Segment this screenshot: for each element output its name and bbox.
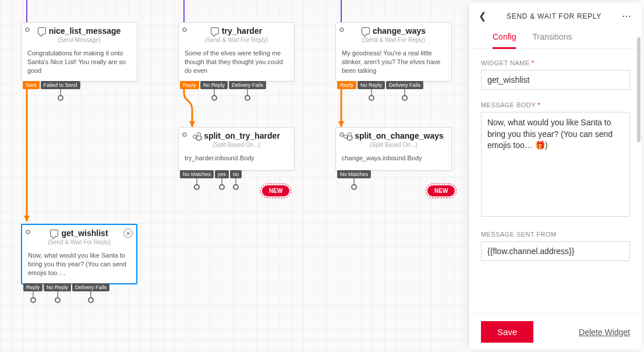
widget-name-label: WIDGET NAME * <box>481 59 630 66</box>
save-button[interactable]: Save <box>481 321 533 343</box>
widget-title: change_ways <box>373 26 426 36</box>
transition-no-reply[interactable]: No Reply <box>358 81 385 89</box>
sidebar-title: SEND & WAIT FOR REPLY <box>507 12 601 20</box>
message-icon <box>50 230 58 237</box>
message-icon <box>362 27 370 34</box>
svg-marker-4 <box>189 121 195 127</box>
widget-title: nice_list_message <box>49 26 121 36</box>
widget-subtitle: (Split Based On...) <box>336 142 451 150</box>
add-transition-button[interactable]: NEW <box>427 185 455 196</box>
widget-title: split_on_change_ways <box>355 131 444 140</box>
widget-title: split_on_try_harder <box>204 131 280 140</box>
back-button[interactable]: ❮ <box>479 10 486 22</box>
svg-marker-5 <box>338 121 344 127</box>
delete-widget-link[interactable]: Delete Widget <box>579 328 630 337</box>
message-icon <box>211 27 219 34</box>
transition-no-matches[interactable]: No Matches <box>180 170 214 178</box>
message-icon <box>38 27 46 34</box>
transition-no-reply[interactable]: No Reply <box>44 283 71 291</box>
widget-nice-list-message[interactable]: nice_list_message (Send Message) Congrat… <box>21 22 137 82</box>
flow-canvas[interactable]: nice_list_message (Send Message) Congrat… <box>0 0 466 352</box>
widget-change-ways[interactable]: change_ways (Send & Wait For Reply) My g… <box>335 22 452 82</box>
tab-transitions[interactable]: Transitions <box>532 27 572 48</box>
widget-title: try_harder <box>222 26 262 36</box>
transition-sent[interactable]: Sent <box>23 81 40 89</box>
widget-split-try-harder[interactable]: split_on_try_harder (Split Based On...) … <box>178 127 295 171</box>
widget-title: get_wishlist <box>61 228 108 238</box>
transition-failed[interactable]: Failed to Send <box>41 81 80 89</box>
svg-marker-3 <box>24 216 30 221</box>
widget-subtitle: (Send & Wait For Reply) <box>336 37 451 45</box>
more-icon[interactable]: ⋯ <box>622 10 632 22</box>
message-sent-from-input[interactable] <box>481 241 630 261</box>
transition-delivery-fails[interactable]: Delivery Fails <box>229 81 266 89</box>
widget-body: change_ways.inbound.Body <box>336 150 451 170</box>
add-transition-button[interactable]: NEW <box>262 185 289 196</box>
config-sidebar: ❮ SEND & WAIT FOR REPLY ⋯ Config Transit… <box>469 2 642 350</box>
close-icon[interactable]: ✕ <box>123 228 133 238</box>
widget-in-port[interactable] <box>182 27 187 32</box>
widget-subtitle: (Split Based On...) <box>179 142 294 150</box>
message-body-label: MESSAGE BODY * <box>481 101 630 108</box>
transition-reply[interactable]: Reply <box>180 81 199 89</box>
widget-in-port[interactable] <box>182 132 187 137</box>
widget-subtitle: (Send Message) <box>22 37 137 45</box>
scrollbar[interactable] <box>637 37 641 142</box>
split-icon <box>193 132 201 139</box>
tab-config[interactable]: Config <box>493 27 516 49</box>
widget-body: try_harder.inbound.Body <box>179 150 294 170</box>
transition-no-reply[interactable]: No Reply <box>200 81 228 89</box>
transition-delivery-fails[interactable]: Delivery Fails <box>72 283 109 291</box>
transition-delivery-fails[interactable]: Delivery Fails <box>386 81 423 89</box>
transition-no-matches[interactable]: No Matches <box>337 170 371 178</box>
message-body-input[interactable] <box>481 112 630 217</box>
widget-get-wishlist[interactable]: get_wishlist ✕ (Send & Wait For Reply) N… <box>21 224 137 284</box>
split-icon <box>344 132 352 139</box>
widget-subtitle: (Send & Wait For Reply) <box>22 239 136 248</box>
widget-body: Congratulations for making it onto Santa… <box>22 45 137 81</box>
transition-yes[interactable]: yes <box>215 170 229 178</box>
widget-body: Some of the elves were telling me though… <box>179 45 294 81</box>
widget-in-port[interactable] <box>25 27 30 32</box>
widget-in-port[interactable] <box>26 230 30 234</box>
widget-subtitle: (Send & Wait For Reply) <box>179 37 294 45</box>
widget-try-harder[interactable]: try_harder (Send & Wait For Reply) Some … <box>178 22 295 82</box>
widget-body: Now, what would you like Santa to bring … <box>22 248 136 283</box>
message-sent-from-label: MESSAGE SENT FROM <box>481 231 630 238</box>
transition-reply[interactable]: Reply <box>23 283 43 291</box>
widget-split-change-ways[interactable]: split_on_change_ways (Split Based On...)… <box>335 127 452 171</box>
transition-no[interactable]: no <box>230 170 242 178</box>
widget-in-port[interactable] <box>339 27 344 32</box>
widget-body: My goodness! You're a real little stinke… <box>336 45 451 81</box>
sidebar-tabs: Config Transitions <box>469 27 642 49</box>
transition-reply[interactable]: Reply <box>337 81 356 89</box>
widget-name-input[interactable] <box>481 70 630 90</box>
